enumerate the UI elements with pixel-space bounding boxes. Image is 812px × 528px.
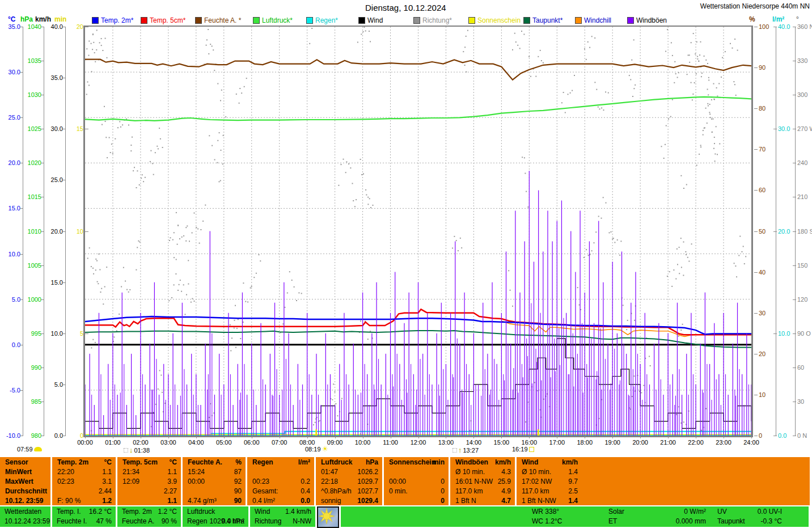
axis-tick-label: 0.0 [778,432,786,439]
wind-direction-dot [296,300,297,301]
wind-direction-dot [315,422,316,423]
axis-tick-label: 1000 [19,296,41,303]
wind-direction-dot [287,293,288,294]
wind-direction-dot [577,287,578,288]
stats-cell-value: 1029.7 [357,477,378,487]
wind-direction-dot [200,229,201,230]
wind-direction-dot [632,96,633,97]
wind-direction-dot [238,319,239,320]
wind-direction-dot [212,45,213,47]
stats-cell-info: 00:23 [252,477,269,487]
sun-icon [318,508,336,525]
wind-direction-dot [603,109,604,111]
wind-direction-dot [463,51,464,52]
stats-cell: 0 [384,496,449,506]
wind-direction-dot [687,257,688,258]
axis-tick-label: 0 [61,432,83,439]
wind-direction-dot [170,237,171,238]
wind-direction-dot [185,227,187,228]
axis-tick-label: 990 [19,364,41,371]
stats-row-label-text: MaxWert [5,477,33,487]
stats-cell-info: 0 min. [389,487,408,496]
wind-direction-dot [373,205,374,206]
stats-col-name: Wind [522,458,538,467]
wind-direction-dot [701,76,702,77]
wind-direction-dot [93,42,94,43]
stats-col-unit: km/h [562,458,578,467]
x-axis-tick [363,436,363,438]
wind-direction-dot [239,88,240,89]
wind-direction-dot [598,107,599,108]
sun-event-tick [315,429,317,436]
wind-direction-dot [367,197,369,198]
stats-cell: 15:2487 [183,467,246,477]
x-axis-tick [196,436,197,438]
wind-direction-dot [247,302,248,303]
wind-direction-dot [301,293,302,294]
wind-direction-dot [609,232,610,233]
wind-direction-dot [687,74,688,75]
wind-direction-dot [517,45,518,46]
wind-direction-dot [220,100,221,101]
wind-direction-dot [464,47,466,48]
stats-cell-value: 1.1 [167,496,177,506]
legend-swatch [195,17,202,24]
legend-item-label: Taupunkt* [532,16,563,24]
wind-direction-dot [236,94,237,95]
legend-item-sonnenschein: Sonnenschein [468,16,521,24]
wind-direction-dot [225,116,226,117]
stats-col-header: Feuchte A.% [183,458,246,467]
stats-col-sonnenschein: Sonnenscheinmin00:0000 min.00 [384,457,449,505]
wind-direction-dot [231,337,232,339]
wind-direction-dot [187,226,188,227]
wind-direction-dot [120,126,121,128]
wind-direction-dot [337,415,338,416]
legend-swatch [413,17,420,24]
x-axis-tick [724,436,724,438]
current-cell-4: Wind1.4 km/hRichtungN-NW [250,506,315,527]
wind-direction-dot [732,48,733,49]
wind-direction-dot [260,260,261,261]
stats-cell: 00:0092 [183,477,246,487]
current-line: UV0.0 UV-I [717,507,782,517]
axis-tick-label: 270 W [797,125,812,132]
stats-cell-value: 0.0 [301,496,310,506]
axis-unit-kmh: km/h [35,15,51,23]
wind-direction-dot [598,216,599,217]
wind-direction-dot [667,276,668,277]
wind-direction-dot [681,267,682,268]
wind-direction-dot [633,39,635,40]
wind-direction-dot [583,257,585,258]
wind-direction-dot [251,286,252,287]
wind-direction-dot [708,79,709,81]
wind-direction-dot [194,213,195,214]
x-axis-label: 00:00 [73,439,98,446]
wind-direction-dot [239,103,240,104]
wind-direction-dot [235,305,236,306]
axis-tick [793,95,796,95]
wind-direction-dot [671,42,672,43]
wind-direction-dot [530,76,531,77]
wind-direction-dot [579,305,580,306]
stats-cell-info: sonnig [321,496,341,506]
wind-direction-dot [291,280,293,281]
axis-tick-label: 15.0 [0,205,20,212]
wind-direction-dot [119,121,120,123]
axis-tick [754,27,758,27]
wind-direction-dot [208,53,209,54]
wind-direction-dot [177,225,179,226]
stats-cell-info: F: 90 % [57,496,81,506]
wind-direction-dot [665,51,666,52]
stats-cell: 117.0 km2.5 [517,487,582,496]
wind-direction-dot [192,298,193,299]
axis-tick-label: 995 [19,330,41,337]
wind-direction-dot [734,84,735,85]
stats-cell-value: 1.1 [167,467,177,477]
stats-col-name: Sonnenschein [389,458,435,467]
wind-direction-dot [205,205,206,206]
wind-direction-dot [523,34,525,35]
wind-direction-dot [220,180,221,181]
stats-cell-value: 1.2 [102,496,112,506]
stats-cell-info: 22:20 [57,467,74,477]
wind-direction-dot [601,218,602,219]
